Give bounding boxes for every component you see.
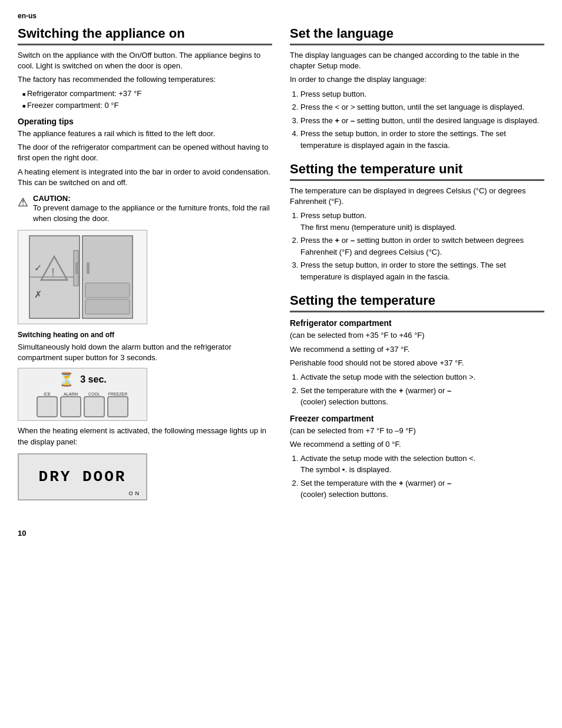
timer-image: ⏳ 3 sec. ICE ALARM COOL: [18, 368, 147, 421]
operating-tips-p3: A heating element is integrated into the…: [18, 167, 272, 188]
freeze-steps-list: Activate the setup mode with the selecti…: [300, 453, 544, 500]
list-item: Press the setup button, in order to stor…: [300, 259, 544, 282]
list-item: Press the + or – setting button, until t…: [300, 115, 544, 127]
timer-label: 3 sec.: [80, 374, 106, 385]
caution-box: ⚠ CAUTION: To prevent damage to the appl…: [18, 194, 272, 224]
svg-rect-8: [85, 283, 130, 298]
ref-range: (can be selected from +35 °F to +46 °F): [290, 330, 544, 341]
set-language-title: Set the language: [290, 26, 544, 45]
freeze-recommend: We recommend a setting of 0 °F.: [290, 439, 544, 450]
timer-icon: ⏳: [58, 372, 74, 387]
svg-text:✓: ✓: [34, 263, 42, 273]
svg-rect-7: [87, 262, 90, 274]
btn-cool: [84, 396, 105, 417]
display-on-label: ON: [129, 490, 142, 496]
fridge-image: ! ✓ ✗: [18, 230, 147, 324]
left-column: Switching the appliance on Switch on the…: [18, 26, 272, 511]
left-main-title: Switching the appliance on: [18, 26, 272, 45]
warning-icon: ⚠: [18, 195, 28, 209]
locale-label: en-us: [18, 12, 544, 20]
svg-text:!: !: [51, 266, 55, 278]
svg-rect-9: [85, 299, 130, 314]
refrigerator-compartment-title: Refrigerator compartment: [290, 318, 544, 328]
switching-desc: Simultaneously hold down the alarm butto…: [18, 342, 272, 363]
btn-freezer: [107, 396, 128, 417]
left-temp-intro: The factory has recommended the followin…: [18, 74, 272, 85]
freeze-range: (can be selected from +7 °F to –9 °F): [290, 426, 544, 436]
operating-tips-p2: The door of the refrigerator compartment…: [18, 142, 272, 163]
left-intro: Switch on the appliance with the On/Off …: [18, 50, 272, 71]
list-item: Freezer compartment: 0 °F: [22, 100, 272, 111]
set-temp-section: Setting the temperature Refrigerator com…: [290, 293, 544, 500]
temp-unit-title: Setting the temperature unit: [290, 162, 544, 181]
list-item: Activate the setup mode with the selecti…: [300, 371, 544, 383]
set-temp-title: Setting the temperature: [290, 293, 544, 312]
timer-area: ⏳ 3 sec.: [58, 372, 106, 387]
list-item: Set the temperature with the + (warmer) …: [300, 477, 544, 500]
display-text: DRY DOOR: [39, 468, 127, 486]
svg-text:✗: ✗: [34, 289, 42, 299]
section2-steps-list: Press setup button.The first menu (tempe…: [300, 210, 544, 282]
operating-tips-title: Operating tips: [18, 117, 272, 126]
ref-warning: Perishable food should not be stored abo…: [290, 358, 544, 368]
set-language-section: Set the language The display languages c…: [290, 26, 544, 151]
temp-unit-section: Setting the temperature unit The tempera…: [290, 162, 544, 282]
caution-desc: To prevent damage to the appliance or th…: [33, 203, 272, 224]
temps-list: Refrigerator compartment: +37 °F Freezer…: [22, 88, 272, 111]
btn-ice-label: ICE: [44, 392, 51, 396]
right-column: Set the language The display languages c…: [290, 26, 544, 511]
list-item: Press setup button.The first menu (tempe…: [300, 210, 544, 233]
section2-intro: The temperature can be displayed in degr…: [290, 186, 544, 207]
list-item: Set the temperature with the + (warmer) …: [300, 385, 544, 408]
btn-ice: [37, 396, 58, 417]
ref-recommend: We recommend a setting of +37 °F.: [290, 344, 544, 355]
caution-label: CAUTION:: [33, 194, 71, 203]
ref-steps-list: Activate the setup mode with the selecti…: [300, 371, 544, 408]
caution-text-block: CAUTION: To prevent damage to the applia…: [33, 194, 272, 224]
list-item: Press the setup button, in order to stor…: [300, 128, 544, 151]
heating-desc: When the heating element is activated, t…: [18, 426, 272, 447]
list-item: Activate the setup mode with the selecti…: [300, 453, 544, 476]
btn-freezer-label: FREEZER: [108, 392, 128, 396]
buttons-area: ICE ALARM COOL FREEZER: [37, 392, 128, 417]
btn-alarm: [60, 396, 81, 417]
svg-rect-6: [75, 262, 78, 274]
list-item: Refrigerator compartment: +37 °F: [22, 88, 272, 99]
section1-steps-list: Press setup button. Press the < or > set…: [300, 88, 544, 151]
display-panel: DRY DOOR ON: [18, 453, 147, 500]
btn-alarm-label: ALARM: [64, 392, 78, 396]
fridge-svg: ! ✓ ✗: [24, 233, 141, 321]
section1-intro2: In order to change the display language:: [290, 74, 544, 85]
list-item: Press the + or – setting button in order…: [300, 235, 544, 258]
switching-caption: Switching heating on and off: [18, 330, 272, 340]
section1-intro: The display languages can be changed acc…: [290, 50, 544, 71]
page-number: 10: [18, 529, 544, 538]
operating-tips-p1: The appliance features a rail which is f…: [18, 129, 272, 139]
list-item: Press setup button.: [300, 88, 544, 100]
freezer-compartment-title: Freezer compartment: [290, 414, 544, 423]
list-item: Press the < or > setting button, until t…: [300, 101, 544, 113]
btn-cool-label: COOL: [88, 392, 100, 396]
